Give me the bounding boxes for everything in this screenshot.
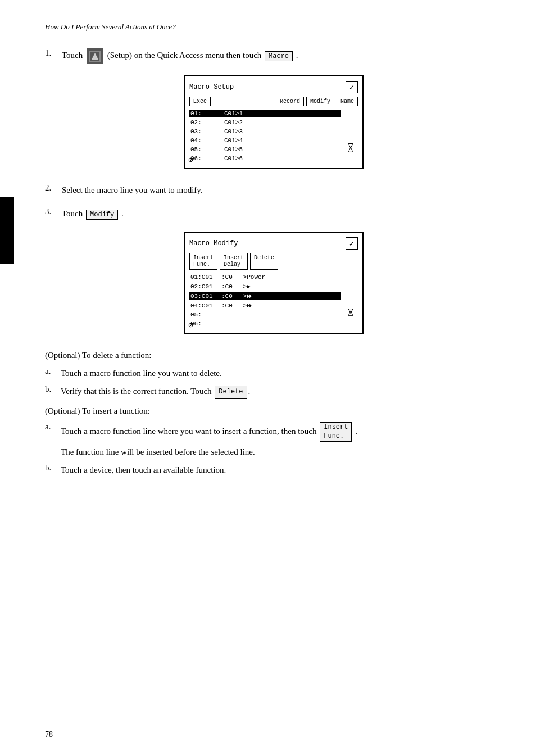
macro-row-2[interactable]: 02: C01>2 [189, 119, 341, 126]
macro-modify-diagram: Macro Modify ✓ InsertFunc. InsertDelay D… [45, 232, 502, 334]
setup-icon [87, 48, 103, 64]
macro-setup-diagram: Macro Setup ✓ Exec Record Modify Name 01… [45, 75, 502, 169]
modify-scroll-down[interactable]: ▽ [348, 305, 353, 316]
step-3: 3. Touch Modify . [45, 207, 502, 220]
modify-button[interactable]: Modify [306, 97, 334, 106]
step-3-content: Touch Modify . [62, 207, 502, 220]
delete-step-b-label: b. [45, 384, 61, 399]
macro-row-3[interactable]: 03: C01>3 [189, 128, 341, 135]
step-2-number: 2. [45, 183, 62, 193]
modify-row-6[interactable]: 06: [189, 320, 341, 328]
modify-camera-icon: ⊙ [188, 320, 193, 330]
page-header: How Do I Perform Several Actions at Once… [45, 22, 502, 31]
step-3-number: 3. [45, 207, 62, 216]
insert-note: The function line will be inserted befor… [61, 445, 502, 459]
step-3-text-after: . [121, 209, 124, 218]
step-2-content: Select the macro line you want to modify… [62, 183, 502, 197]
optional-insert-title: (Optional) To insert a function: [45, 404, 502, 418]
modify-row-1[interactable]: 01:C01 :C0 >Power [189, 273, 341, 281]
modify-row-4[interactable]: 04:C01 :C0 >⏭ [189, 301, 341, 310]
left-tab [0, 197, 14, 264]
delete-button[interactable]: Delete [250, 253, 278, 270]
step-2-text: Select the macro line you want to modify… [62, 185, 203, 194]
step-1-content: Touch (Setup) on the Quick Access menu t… [62, 48, 502, 64]
record-button[interactable]: Record [276, 97, 304, 106]
modify-row-2[interactable]: 02:C01 :C0 >▶ [189, 282, 341, 291]
insert-step-a-period: . [355, 427, 357, 436]
scroll-down-arrow[interactable]: ▽ [348, 140, 353, 151]
macro-row-5[interactable]: 05: C01>5 [189, 146, 341, 153]
delete-step-a: a. Touch a macro function line you want … [45, 366, 502, 380]
macro-modify-title: Macro Modify [189, 239, 238, 247]
insert-sub-steps: a. Touch a macro function line where you… [45, 422, 502, 477]
delete-step-b: b. Verify that this is the correct funct… [45, 384, 502, 399]
macro-row-6[interactable]: 06: C01>6 [189, 155, 341, 162]
optional-delete-title: (Optional) To delete a function: [45, 348, 502, 362]
step-3-text-before: Touch [62, 209, 85, 218]
name-button[interactable]: Name [337, 97, 358, 106]
exec-button[interactable]: Exec [189, 97, 211, 106]
checkmark-box[interactable]: ✓ [346, 81, 358, 93]
macro-setup-screen: Macro Setup ✓ Exec Record Modify Name 01… [184, 75, 364, 169]
step-1-text-middle: (Setup) on the Quick Access menu then to… [107, 51, 264, 60]
insert-delay-button[interactable]: InsertDelay [220, 253, 248, 270]
modify-inline-button[interactable]: Modify [86, 210, 118, 220]
step-1: 1. Touch (Setup) on the Quick Access men… [45, 48, 502, 64]
modify-row-5[interactable]: 05: [189, 311, 341, 319]
delete-sub-steps: a. Touch a macro function line you want … [45, 366, 502, 399]
insert-step-a: a. Touch a macro function line where you… [45, 422, 502, 459]
delete-inline-button[interactable]: Delete [215, 386, 247, 399]
delete-step-b-content: Verify that this is the correct function… [61, 384, 502, 399]
page-number: 78 [45, 730, 53, 739]
optional-sections: (Optional) To delete a function: a. Touc… [45, 348, 502, 477]
step-2: 2. Select the macro line you want to mod… [45, 183, 502, 197]
insert-step-a-label: a. [45, 422, 61, 459]
insert-step-a-content: Touch a macro function line where you wa… [61, 422, 502, 459]
step-1-text-before: Touch [62, 51, 85, 60]
insert-step-b-text: Touch a device, then touch an available … [61, 463, 502, 477]
insert-func-inline-button[interactable]: InsertFunc. [320, 422, 352, 442]
insert-step-b: b. Touch a device, then touch an availab… [45, 463, 502, 477]
macro-button[interactable]: Macro [265, 51, 293, 61]
modify-title-bar: Macro Modify ✓ [189, 237, 358, 250]
insert-step-a-text: Touch a macro function line where you wa… [61, 427, 319, 436]
delete-step-a-label: a. [45, 366, 61, 380]
modify-row-3[interactable]: 03:C01 :C0 >⏭ [189, 292, 341, 300]
screen-title-bar: Macro Setup ✓ [189, 81, 358, 93]
macro-setup-title: Macro Setup [189, 83, 234, 91]
insert-func-button[interactable]: InsertFunc. [189, 253, 217, 270]
insert-step-b-label: b. [45, 463, 61, 477]
macro-modify-screen: Macro Modify ✓ InsertFunc. InsertDelay D… [184, 232, 364, 334]
delete-step-a-text: Touch a macro function line you want to … [61, 366, 502, 380]
macro-row-4[interactable]: 04: C01>4 [189, 137, 341, 144]
step-1-number: 1. [45, 48, 62, 58]
modify-checkmark[interactable]: ✓ [346, 237, 358, 250]
screen-buttons-row: Exec Record Modify Name [189, 97, 358, 106]
modify-screen-buttons: InsertFunc. InsertDelay Delete [189, 253, 358, 270]
camera-icon: ⊙ [188, 155, 193, 165]
macro-row-1[interactable]: 01: C01>1 [189, 110, 341, 117]
